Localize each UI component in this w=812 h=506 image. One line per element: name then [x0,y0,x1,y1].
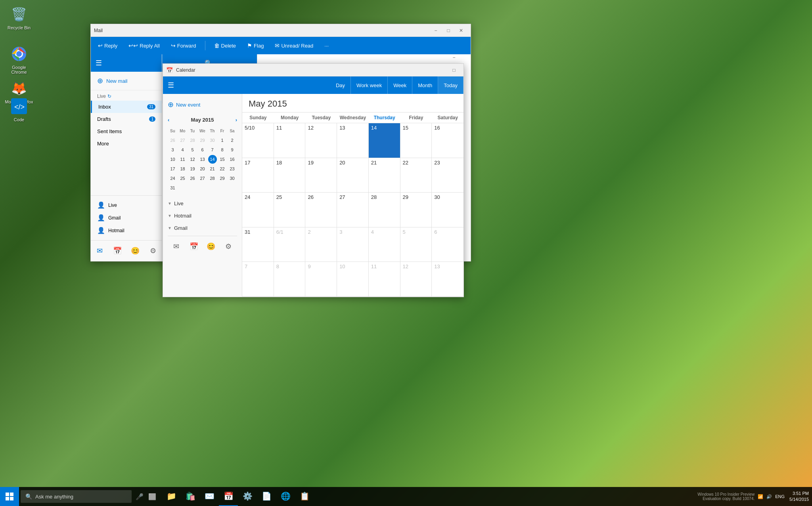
reply-all-label: Reply All [140,43,160,49]
flag-button[interactable]: ⚑ Flag [245,41,266,50]
cal-day-22[interactable]: 22 [400,158,432,193]
cal-day-21[interactable]: 21 [369,158,400,193]
mail-minimize-button[interactable]: − [429,24,442,37]
cal-day-612[interactable]: 12 [400,262,432,296]
network-icon[interactable]: 📶 [758,494,763,499]
cal-day-18[interactable]: 18 [274,158,306,193]
cal-view-workweek[interactable]: Work week [351,76,388,94]
start-button[interactable] [0,487,19,506]
cal-account-hotmail: ▼ Hotmail [168,211,237,220]
cal-day-28[interactable]: 28 [369,193,400,227]
cal-people-nav[interactable]: 😊 [204,239,218,254]
forward-button[interactable]: ↪ Forward [169,41,199,50]
cal-day-17[interactable]: 17 [242,158,274,193]
settings-nav-button[interactable]: ⚙ [146,244,160,258]
cal-day-13[interactable]: 13 [337,123,369,158]
desktop-icon-recycle-bin[interactable]: 🗑️ Recycle Bin [3,3,35,32]
account-live[interactable]: 👤 Live [91,199,162,212]
cal-mail-nav[interactable]: ✉ [169,239,184,254]
cal-hamburger-icon[interactable]: ☰ [168,81,174,90]
taskbar-search[interactable]: 🔍 Ask me anything [21,490,132,503]
cal-day-31[interactable]: 31 [242,227,274,262]
cal-day-62[interactable]: 2 [305,227,337,262]
cal-account-live-header[interactable]: ▼ Live [168,199,237,208]
cal-day-26[interactable]: 26 [305,193,337,227]
nav-item-sent[interactable]: Sent Items [91,125,162,137]
task-view-button[interactable]: ⬜ [146,487,159,506]
cortana-button[interactable]: 🎤 [133,487,146,506]
cal-day-68[interactable]: 8 [274,262,306,296]
cal-day-61[interactable]: 6/1 [274,227,306,262]
cal-day-610[interactable]: 10 [337,262,369,296]
account-hotmail[interactable]: 👤 Hotmail [91,224,162,237]
mail-close-button[interactable]: ✕ [455,24,467,37]
taskbar-app-calendar[interactable]: 📅 [219,487,238,506]
taskbar-app-explorer[interactable]: 📁 [162,487,181,506]
new-mail-button[interactable]: ⊕ New mail [91,72,162,90]
cal-day-510[interactable]: 5/10 [242,123,274,158]
cal-day-24[interactable]: 24 [242,193,274,227]
cal-day-11[interactable]: 11 [274,123,306,158]
account-label: Live ↻ [97,94,155,99]
reply-label: Reply [104,43,117,49]
cal-day-20[interactable]: 20 [337,158,369,193]
delete-button[interactable]: 🗑 Delete [212,41,239,50]
cal-minimize-button[interactable]: − [448,51,460,64]
reply-all-button[interactable]: ↩↩ Reply All [126,41,162,50]
cal-day-15[interactable]: 15 [400,123,432,158]
cal-day-611[interactable]: 11 [369,262,400,296]
volume-icon[interactable]: 🔊 [766,494,772,499]
cal-day-14[interactable]: 14 [369,123,400,158]
cal-day-27[interactable]: 27 [337,193,369,227]
cal-settings-nav[interactable]: ⚙ [221,239,236,254]
cal-day-23[interactable]: 23 [432,158,463,193]
cal-day-613[interactable]: 13 [432,262,463,296]
cal-day-29[interactable]: 29 [400,193,432,227]
cal-view-month[interactable]: Month [412,76,438,94]
more-button[interactable]: ··· [322,41,331,50]
cal-day-69[interactable]: 9 [305,262,337,296]
refresh-icon[interactable]: ↻ [107,94,111,99]
people-nav-button[interactable]: 😊 [128,244,142,258]
cal-day-67[interactable]: 7 [242,262,274,296]
cal-view-day[interactable]: Day [330,76,351,94]
mail-maximize-button[interactable]: □ [442,24,455,37]
nav-item-drafts[interactable]: Drafts 1 [91,113,162,125]
mini-cal-month-year: May 2015 [191,117,214,123]
cal-day-63[interactable]: 3 [337,227,369,262]
cal-day-16[interactable]: 16 [432,123,463,158]
desktop-icon-chrome[interactable]: Google Chrome [3,43,35,76]
cal-view-week[interactable]: Week [388,76,412,94]
taskbar-app-mail[interactable]: ✉️ [200,487,219,506]
time-block[interactable]: 3:51 PM 5/14/2015 [789,491,809,503]
cal-day-66[interactable]: 6 [432,227,463,262]
cal-day-12[interactable]: 12 [305,123,337,158]
mini-cal-prev[interactable]: ‹ [168,117,169,123]
cal-day-19[interactable]: 19 [305,158,337,193]
cal-maximize-button[interactable]: □ [448,64,460,76]
hamburger-icon[interactable]: ☰ [96,59,102,67]
reply-button[interactable]: ↩ Reply [96,41,120,50]
taskbar-app-office[interactable]: 📄 [257,487,276,506]
calendar-nav-button[interactable]: 📅 [110,244,124,258]
cal-calendar-nav[interactable]: 📅 [187,239,201,254]
unread-read-button[interactable]: ✉ Unread/ Read [272,41,316,50]
cal-view-today[interactable]: Today [438,76,463,94]
account-gmail[interactable]: 👤 Gmail [91,212,162,224]
nav-item-inbox[interactable]: Inbox 31 [91,101,162,113]
taskbar-app-chrome[interactable]: 🌐 [276,487,295,506]
cal-account-gmail-header[interactable]: ▼ Gmail [168,223,237,233]
cal-account-hotmail-header[interactable]: ▼ Hotmail [168,211,237,220]
taskbar-app-store[interactable]: 🛍️ [181,487,200,506]
cal-day-25[interactable]: 25 [274,193,306,227]
cal-day-30[interactable]: 30 [432,193,463,227]
cal-day-64[interactable]: 4 [369,227,400,262]
new-event-button[interactable]: ⊕ New event [168,99,237,111]
taskbar-app-other[interactable]: 📋 [295,487,314,506]
desktop-icon-vscode[interactable]: </> Code [3,95,35,124]
cal-day-65[interactable]: 5 [400,227,432,262]
mail-nav-button[interactable]: ✉ [92,244,107,258]
taskbar-app-settings[interactable]: ⚙️ [238,487,257,506]
mini-cal-next[interactable]: › [236,117,237,123]
nav-item-more[interactable]: More [91,137,162,150]
